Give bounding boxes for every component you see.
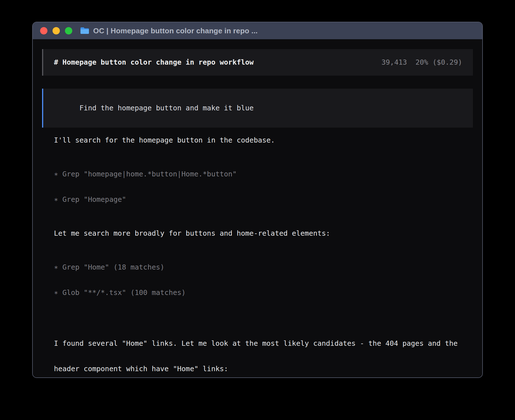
minimize-button[interactable] (53, 27, 60, 34)
assistant-text: I'll search for the homepage button in t… (54, 136, 473, 145)
maximize-button[interactable] (65, 27, 72, 34)
assistant-text-line: header component which have "Home" links… (54, 365, 473, 373)
tool-call-glob: ∗ Glob "**/*.tsx" (100 matches) (54, 288, 473, 297)
tool-call-grep: ∗ Grep "homepage|home.*button|Home.*butt… (54, 170, 473, 178)
traffic-lights (40, 27, 72, 34)
session-header: # Homepage button color change in repo w… (42, 49, 473, 76)
tool-call-grep: ∗ Grep "Home" (18 matches) (54, 263, 473, 272)
folder-icon (80, 27, 89, 34)
window-title: OC | Homepage button color change in rep… (93, 27, 258, 35)
session-title: # Homepage button color change in repo w… (54, 58, 254, 67)
close-button[interactable] (40, 27, 47, 34)
tool-call-grep: ∗ Grep "Homepage" (54, 195, 473, 204)
terminal-window: OC | Homepage button color change in rep… (32, 22, 483, 378)
tool-call-group: ∗ Grep "Home" (18 matches) ∗ Glob "**/*.… (54, 246, 473, 314)
window-titlebar[interactable]: OC | Homepage button color change in rep… (33, 22, 482, 39)
assistant-text: Let me search more broadly for buttons a… (54, 229, 473, 238)
session-stats: 39,413 20% ($0.29) (381, 58, 462, 67)
user-message: Find the homepage button and make it blu… (42, 89, 473, 128)
tool-call-group: ∗ Grep "homepage|home.*button|Home.*butt… (54, 153, 473, 221)
assistant-text: I found several "Home" links. Let me loo… (54, 322, 473, 378)
assistant-text-line: I found several "Home" links. Let me loo… (54, 339, 473, 348)
terminal-content: # Homepage button color change in repo w… (33, 39, 482, 378)
user-message-text: Find the homepage button and make it blu… (79, 104, 254, 112)
